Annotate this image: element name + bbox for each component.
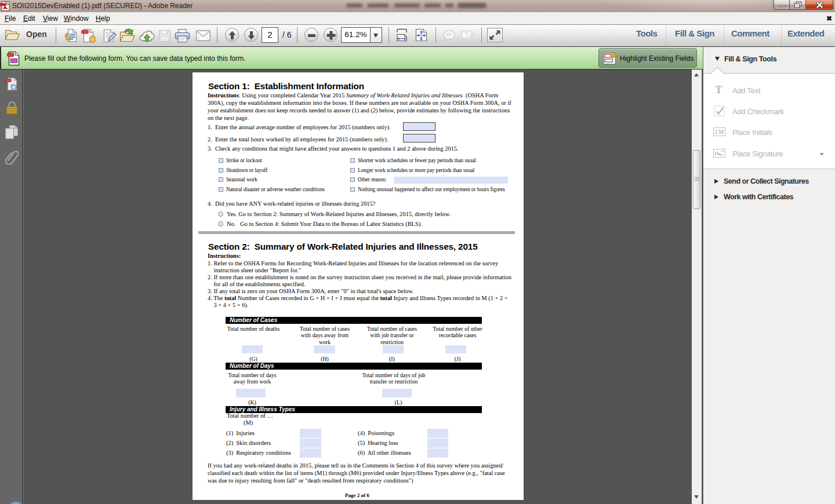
svg-text:T: T <box>465 31 469 38</box>
